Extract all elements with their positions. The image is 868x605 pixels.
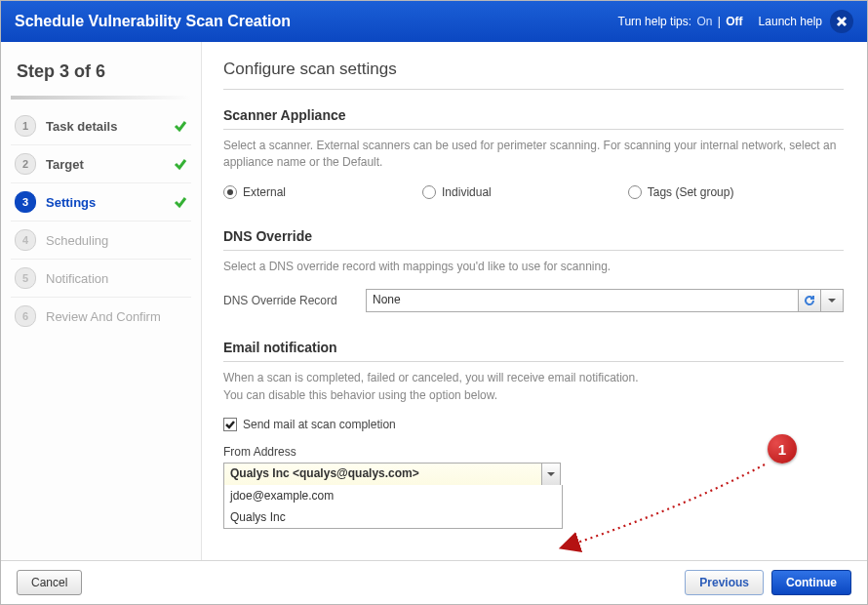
from-option[interactable]: Qualys Inc [224, 506, 562, 528]
scanner-description: Select a scanner. External scanners can … [223, 138, 844, 172]
divider [223, 89, 844, 90]
wizard-step-notification[interactable]: 5Notification [11, 260, 191, 298]
wizard-step-settings[interactable]: 3Settings [11, 183, 191, 222]
from-address-combo[interactable]: Qualys Inc <qualys@qualys.com> jdoe@exam… [223, 463, 561, 486]
continue-button[interactable]: Continue [771, 570, 851, 595]
schedule-scan-dialog: Schedule Vulnerability Scan Creation Tur… [0, 0, 868, 605]
wizard-sidebar: Step 3 of 6 1Task details2Target3Setting… [1, 42, 202, 560]
dns-override-field: DNS Override Record None [223, 289, 844, 312]
step-label: Scheduling [46, 233, 187, 248]
step-label: Settings [46, 195, 174, 210]
radio-label: External [243, 185, 286, 199]
step-header: Step 3 of 6 [17, 61, 191, 82]
dns-description: Select a DNS override record with mappin… [223, 259, 844, 275]
chevron-down-icon[interactable] [541, 464, 560, 485]
refresh-icon[interactable] [798, 290, 820, 311]
content-pane: Configure scan settings Scanner Applianc… [202, 42, 867, 560]
checkmark-icon [174, 195, 187, 209]
page-title: Configure scan settings [223, 60, 844, 79]
chevron-down-icon[interactable] [820, 290, 843, 311]
scanner-option-individual[interactable]: Individual [422, 185, 492, 199]
annotation-arrow [545, 450, 769, 560]
step-label: Notification [46, 271, 187, 286]
dns-override-select[interactable]: None [366, 289, 844, 312]
from-address-options: jdoe@example.comQualys Inc [223, 485, 563, 529]
dialog-title: Schedule Vulnerability Scan Creation [15, 13, 618, 30]
wizard-step-task-details[interactable]: 1Task details [11, 107, 191, 145]
from-address-label: From Address [223, 445, 844, 459]
step-label: Review And Confirm [46, 309, 187, 324]
dns-override-value: None [367, 290, 798, 311]
wizard-step-scheduling[interactable]: 4Scheduling [11, 222, 191, 260]
step-label: Task details [46, 119, 174, 134]
dialog-footer: Cancel Previous Continue [1, 560, 867, 604]
cancel-button[interactable]: Cancel [17, 570, 82, 595]
from-address-value: Qualys Inc <qualys@qualys.com> [224, 464, 541, 485]
previous-button[interactable]: Previous [685, 570, 764, 595]
scanner-options: ExternalIndividualTags (Set group) [223, 185, 844, 199]
help-tips-on[interactable]: On [696, 15, 712, 28]
checkmark-icon [174, 119, 187, 133]
close-icon[interactable] [830, 10, 853, 33]
dialog-header: Schedule Vulnerability Scan Creation Tur… [1, 1, 867, 42]
step-number: 1 [15, 115, 36, 137]
step-label: Target [46, 157, 174, 172]
divider [11, 96, 191, 100]
section-dns-override: DNS Override [223, 228, 844, 251]
annotation-badge-1: 1 [768, 434, 797, 464]
radio-icon [223, 185, 237, 199]
scanner-option-external[interactable]: External [223, 185, 286, 199]
step-number: 5 [15, 267, 36, 289]
section-scanner-appliance: Scanner Appliance [223, 107, 844, 130]
scanner-option-tags-set-group-[interactable]: Tags (Set group) [628, 185, 734, 199]
help-tips-off[interactable]: Off [726, 15, 742, 28]
checkmark-icon [174, 157, 187, 171]
dns-override-label: DNS Override Record [223, 294, 348, 307]
section-email-notification: Email notification [223, 340, 844, 362]
dialog-body: Step 3 of 6 1Task details2Target3Setting… [1, 42, 867, 560]
send-mail-checkbox-row[interactable]: Send mail at scan completion [223, 418, 844, 431]
email-description: When a scan is completed, failed or canc… [223, 370, 844, 404]
radio-icon [422, 185, 436, 199]
wizard-step-review-and-confirm[interactable]: 6Review And Confirm [11, 298, 191, 335]
send-mail-label: Send mail at scan completion [243, 418, 396, 431]
help-tips-label: Turn help tips: [618, 15, 692, 28]
help-tips-toggle: Turn help tips: On | Off [618, 15, 745, 28]
step-number: 3 [15, 191, 36, 213]
step-number: 4 [15, 229, 36, 251]
radio-label: Individual [442, 185, 492, 199]
wizard-step-target[interactable]: 2Target [11, 145, 191, 183]
radio-label: Tags (Set group) [648, 185, 734, 199]
send-mail-checkbox[interactable] [223, 418, 237, 431]
radio-icon [628, 185, 642, 199]
step-number: 6 [15, 305, 36, 327]
launch-help-link[interactable]: Launch help [759, 15, 822, 28]
step-number: 2 [15, 153, 36, 175]
from-option[interactable]: jdoe@example.com [224, 485, 562, 506]
